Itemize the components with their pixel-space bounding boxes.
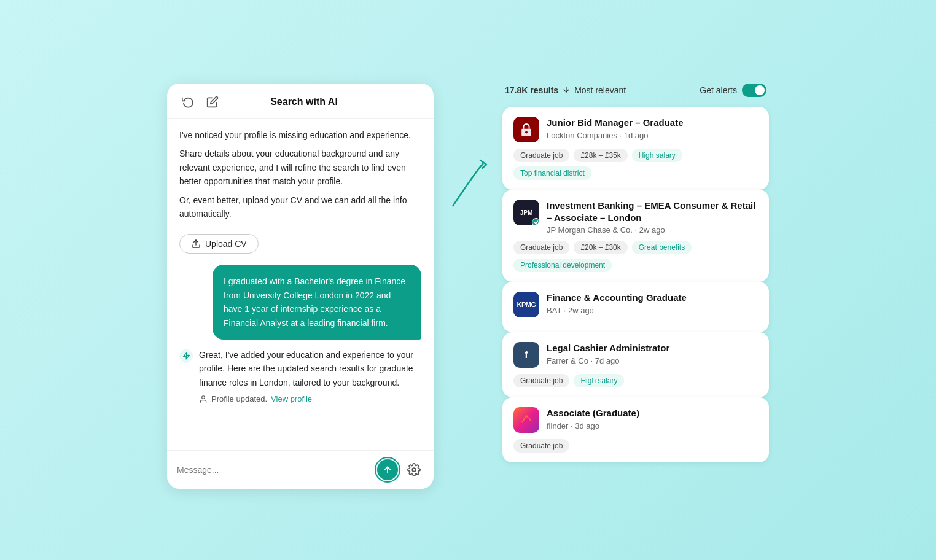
job-info: Associate (Graduate) flinder · 3d ago	[547, 407, 758, 430]
upload-cv-button[interactable]: Upload CV	[179, 234, 421, 256]
upload-cv-label: Upload CV	[205, 239, 247, 249]
svg-point-7	[525, 131, 528, 134]
chat-header-icons	[179, 93, 221, 111]
ai-response-content: Great, I've added your education and exp…	[199, 348, 421, 406]
results-meta: 17.8K results Most relevant	[505, 85, 626, 96]
ai-text-2: Share details about your educational bac…	[179, 147, 421, 188]
job-company: Lockton Companies · 1d ago	[547, 131, 758, 140]
ai-text-3: Or, event better, upload your CV and we …	[179, 193, 421, 221]
job-company: flinder · 3d ago	[547, 421, 758, 430]
ai-response-text: Great, I've added your education and exp…	[199, 348, 421, 389]
job-company: JP Morgan Chase & Co. · 2w ago	[547, 225, 758, 235]
profile-updated: Profile updated. View profile	[199, 393, 421, 406]
job-title: Associate (Graduate)	[547, 407, 758, 419]
ai-response: Great, I've added your education and exp…	[179, 348, 421, 406]
job-tags: Graduate job£28k – £35kHigh salaryTop fi…	[513, 149, 758, 180]
job-tag: Professional development	[513, 259, 612, 272]
settings-button[interactable]	[404, 460, 424, 480]
job-tags: Graduate jobHigh salary	[513, 374, 758, 387]
chat-title: Search with AI	[270, 96, 338, 107]
job-card[interactable]: JPM Investment Banking – EMEA Consumer &…	[502, 190, 769, 282]
ai-response-icon	[179, 349, 193, 363]
alerts-toggle[interactable]	[742, 84, 766, 97]
job-card[interactable]: f Legal Cashier Administrator Farrer & C…	[502, 332, 769, 397]
job-tag: £20k – £30k	[574, 241, 627, 254]
job-card-header: Junior Bid Manager – Graduate Lockton Co…	[513, 117, 758, 142]
job-title: Finance & Accounting Graduate	[547, 292, 758, 304]
svg-point-2	[202, 396, 205, 399]
job-company: BAT · 2w ago	[547, 306, 758, 315]
view-profile-link[interactable]: View profile	[271, 393, 312, 406]
job-tag: £28k – £35k	[574, 149, 627, 162]
verified-badge	[532, 218, 539, 225]
alerts-label: Get alerts	[700, 85, 737, 95]
edit-icon[interactable]	[204, 93, 221, 111]
job-tag: Graduate job	[513, 149, 569, 162]
job-info: Investment Banking – EMEA Consumer & Ret…	[547, 200, 758, 235]
sort-icon	[562, 85, 571, 96]
company-logo: KPMG	[513, 292, 539, 317]
user-message-text: I graduated with a Bachelor's degree in …	[224, 276, 405, 327]
job-info: Legal Cashier Administrator Farrer & Co …	[547, 342, 758, 365]
chat-input-row	[167, 450, 434, 489]
job-tags: Graduate job£20k – £30kGreat benefitsPro…	[513, 241, 758, 272]
job-card[interactable]: Associate (Graduate) flinder · 3d ago Gr…	[502, 397, 769, 462]
job-card-header: JPM Investment Banking – EMEA Consumer &…	[513, 200, 758, 235]
message-input[interactable]	[177, 465, 371, 475]
svg-marker-1	[183, 352, 189, 359]
results-panel: 17.8K results Most relevant Get alerts	[502, 84, 769, 462]
company-logo	[513, 117, 539, 142]
ai-message-1: I've noticed your profile is missing edu…	[179, 128, 421, 225]
job-title: Legal Cashier Administrator	[547, 342, 758, 354]
job-card[interactable]: Junior Bid Manager – Graduate Lockton Co…	[502, 107, 769, 190]
job-info: Finance & Accounting Graduate BAT · 2w a…	[547, 292, 758, 315]
job-card-header: Associate (Graduate) flinder · 3d ago	[513, 407, 758, 433]
user-message: I graduated with a Bachelor's degree in …	[213, 265, 421, 340]
ai-text-1: I've noticed your profile is missing edu…	[179, 128, 421, 142]
job-title: Junior Bid Manager – Graduate	[547, 117, 758, 129]
results-count: 17.8K results	[505, 85, 558, 95]
chat-panel: Search with AI I've noticed your profile…	[167, 84, 434, 489]
upload-cv-btn[interactable]: Upload CV	[179, 234, 259, 254]
job-tag: Top financial district	[513, 166, 591, 180]
sort-button[interactable]: Most relevant	[574, 85, 626, 95]
job-tag: High salary	[632, 149, 682, 162]
job-tags: Graduate job	[513, 439, 758, 453]
chat-header: Search with AI	[167, 84, 434, 119]
profile-updated-text: Profile updated.	[211, 393, 267, 406]
job-tag: Graduate job	[513, 241, 569, 254]
job-tag: Graduate job	[513, 439, 569, 453]
alerts-row: Get alerts	[700, 84, 766, 97]
results-header: 17.8K results Most relevant Get alerts	[502, 84, 769, 101]
svg-point-4	[412, 468, 416, 472]
company-logo: JPM	[513, 200, 539, 225]
job-cards-container: Junior Bid Manager – Graduate Lockton Co…	[502, 107, 769, 462]
arrow-decoration	[443, 157, 493, 212]
send-button[interactable]	[376, 458, 399, 481]
job-title: Investment Banking – EMEA Consumer & Ret…	[547, 200, 758, 224]
history-icon[interactable]	[179, 93, 197, 111]
job-card[interactable]: KPMG Finance & Accounting Graduate BAT ·…	[502, 282, 769, 332]
job-tag: Great benefits	[632, 241, 692, 254]
job-tag: High salary	[574, 374, 624, 387]
job-company: Farrer & Co · 7d ago	[547, 356, 758, 365]
job-card-header: f Legal Cashier Administrator Farrer & C…	[513, 342, 758, 368]
job-card-header: KPMG Finance & Accounting Graduate BAT ·…	[513, 292, 758, 317]
company-logo	[513, 407, 539, 433]
job-tag: Graduate job	[513, 374, 569, 387]
chat-body: I've noticed your profile is missing edu…	[167, 119, 434, 450]
job-info: Junior Bid Manager – Graduate Lockton Co…	[547, 117, 758, 140]
company-logo: f	[513, 342, 539, 368]
